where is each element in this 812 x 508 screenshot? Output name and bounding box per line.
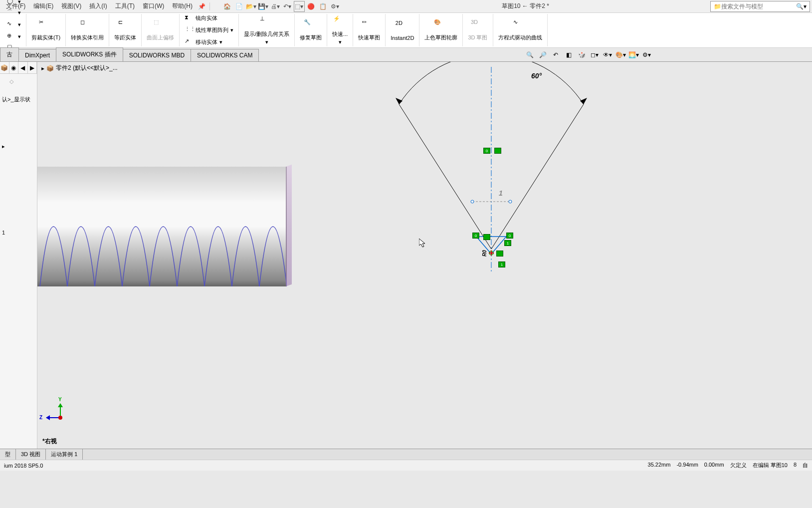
tab-cam[interactable]: SOLIDWORKS CAM — [191, 49, 259, 61]
status-count: 8 — [794, 462, 797, 469]
tree-item-1[interactable]: 1 — [2, 230, 35, 236]
print-icon[interactable]: 🖨▾ — [270, 1, 281, 12]
bottom-tab-motion[interactable]: 运动算例 1 — [46, 449, 83, 460]
zoom-fit-icon[interactable]: 🔍 — [524, 49, 536, 61]
select-icon[interactable]: ⬚▾ — [294, 1, 305, 12]
display-style-icon[interactable]: ◻▾ — [589, 49, 601, 61]
mirror-button[interactable]: ⧗镜向实体 — [183, 13, 235, 24]
search-input[interactable] — [721, 3, 796, 10]
plane-tool: ◇ — [7, 77, 20, 88]
status-x: 35.22mm — [648, 462, 671, 469]
folder-icon: 📁 — [714, 3, 721, 10]
options-icon[interactable]: 📋 — [318, 1, 329, 12]
feature-tree-panel: 📦 ◉ ◀ ▶ 认>_显示状 ▸ 1 — [0, 62, 37, 449]
open-icon[interactable]: 📂▾ — [246, 1, 257, 12]
hide-show-icon[interactable]: 👁▾ — [602, 49, 613, 61]
circle-tool[interactable]: ◯▾ — [5, 0, 23, 7]
home-icon[interactable]: 🏠 — [222, 1, 233, 12]
repair-button[interactable]: 🔧 修复草图 — [298, 18, 324, 42]
section-view-icon[interactable]: ◧ — [563, 49, 575, 61]
svg-marker-3 — [396, 98, 403, 104]
view-orientation-icon[interactable]: 🎲 — [576, 49, 588, 61]
view-settings-icon[interactable]: ⚙▾ — [640, 49, 652, 61]
tab-plugins[interactable]: SOLIDWORKS 插件 — [56, 47, 123, 61]
trim-button[interactable]: ✂ 剪裁实体(T) — [29, 18, 62, 42]
display-relations-button[interactable]: ⊥ 显示/删除几何关系▾ — [242, 14, 291, 46]
graphics-viewport[interactable]: ▸ 📦 零件2 (默认<<默认>_... — [37, 62, 812, 449]
search-box[interactable]: 📁 🔍▾ — [710, 1, 810, 12]
bottom-tab-model[interactable]: 型 — [0, 449, 16, 460]
shaded-sketch-button[interactable]: 🎨 上色草图轮廓 — [422, 18, 459, 42]
move-button[interactable]: ↗移动实体▾ — [183, 37, 235, 48]
menu-tools[interactable]: 工具(T) — [111, 0, 139, 12]
zoom-area-icon[interactable]: 🔎 — [537, 49, 549, 61]
status-defined: 欠定义 — [730, 462, 747, 469]
surface-offset-button: ⬚ 曲面上偏移 — [145, 18, 176, 42]
relation-horizontal[interactable]: 0 — [483, 148, 490, 154]
tree-display-state[interactable]: 认>_显示状 — [2, 96, 35, 103]
pin-icon[interactable]: 📌 — [197, 1, 207, 12]
menu-insert[interactable]: 插入(I) — [85, 0, 111, 12]
menu-window[interactable]: 窗口(W) — [139, 0, 168, 12]
pattern-button[interactable]: ⋮⋮线性草图阵列▾ — [183, 25, 235, 36]
tab-partial[interactable]: 古 — [0, 47, 19, 61]
tree-tab-prev[interactable]: ◀ — [18, 62, 28, 73]
arc-tool[interactable]: ⌒▾ — [5, 7, 23, 18]
equation-curve-button[interactable]: ∿ 方程式驱动的曲线 — [496, 18, 544, 42]
relation-coincident-2[interactable] — [496, 251, 503, 256]
bottom-tab-3dview[interactable]: 3D 视图 — [16, 449, 46, 460]
instant2d-button[interactable]: 2D Instant2D — [389, 19, 416, 42]
relation-vertical[interactable] — [494, 148, 501, 154]
save-icon[interactable]: 💾▾ — [258, 1, 269, 12]
relation-1a[interactable]: 1 — [504, 240, 511, 246]
tab-dimxpert[interactable]: DimXpert — [18, 49, 56, 61]
edit-appearance-icon[interactable]: 🎨▾ — [614, 49, 626, 61]
separator — [209, 2, 210, 10]
apply-scene-icon[interactable]: 🌅▾ — [627, 49, 639, 61]
view-triad[interactable]: Y Z — [42, 404, 67, 429]
offset-button[interactable]: ⊏ 等距实体 — [112, 18, 138, 42]
rebuild-icon[interactable]: 🔴 — [306, 1, 317, 12]
radius-dimension[interactable]: R0 — [482, 250, 487, 256]
breadcrumb-expand[interactable]: ▸ — [41, 65, 44, 72]
menu-help[interactable]: 帮助(H) — [168, 0, 197, 12]
triad-y-label: Y — [58, 397, 62, 402]
spline-tool[interactable]: ∿▾ — [5, 19, 23, 30]
triad-z-label: Z — [39, 415, 42, 420]
relation-coincident[interactable] — [483, 234, 490, 240]
menu-view[interactable]: 视图(V) — [57, 0, 85, 12]
previous-view-icon[interactable]: ↶ — [550, 49, 562, 61]
tree-tab-feature[interactable]: 📦 — [0, 62, 9, 73]
point-tool[interactable]: ⊕▾ — [5, 31, 23, 42]
sketch3d-button: 3D 3D 草图 — [466, 18, 489, 42]
tab-mbd[interactable]: SOLIDWORKS MBD — [123, 49, 191, 61]
breadcrumb-text[interactable]: 零件2 (默认<<默认>_... — [56, 64, 118, 72]
search-icon[interactable]: 🔍▾ — [796, 3, 807, 10]
settings-icon[interactable]: ⚙▾ — [330, 1, 341, 12]
sketch-geometry[interactable]: 60° 1 0 0 0 1 1 R0 — [357, 62, 606, 336]
document-title: 草图10 ← 零件2 * — [341, 2, 710, 10]
dimension-1[interactable]: 1 — [499, 189, 503, 197]
svg-point-7 — [509, 200, 512, 203]
relation-1b[interactable]: 1 — [498, 261, 505, 267]
undo-icon[interactable]: ↶▾ — [282, 1, 293, 12]
relation-0b[interactable]: 0 — [506, 233, 513, 239]
svg-line-2 — [491, 104, 584, 249]
rapid-sketch-button[interactable]: ✏ 快速草图 — [356, 18, 382, 42]
convert-button[interactable]: ◻ 转换实体引用 — [69, 18, 106, 42]
tree-expand[interactable]: ▸ — [2, 143, 35, 150]
tree-tab-next[interactable]: ▶ — [28, 62, 37, 73]
svg-line-1 — [399, 104, 491, 249]
menu-edit[interactable]: 编辑(E) — [29, 0, 57, 12]
cursor-icon — [419, 239, 427, 250]
angle-dimension[interactable]: 60° — [531, 72, 542, 80]
status-z: 0.00mm — [704, 462, 724, 469]
quick-button[interactable]: ⚡ 快速...▾ — [330, 14, 350, 46]
relation-0a[interactable]: 0 — [472, 233, 479, 239]
tree-tab-property[interactable]: ◉ — [9, 62, 19, 73]
view-orientation-label: *右视 — [42, 437, 57, 446]
svg-marker-4 — [580, 98, 587, 104]
status-editing: 在编辑 草图10 — [753, 462, 788, 469]
status-y: -0.94mm — [676, 462, 698, 469]
new-icon[interactable]: 📄 — [234, 1, 245, 12]
